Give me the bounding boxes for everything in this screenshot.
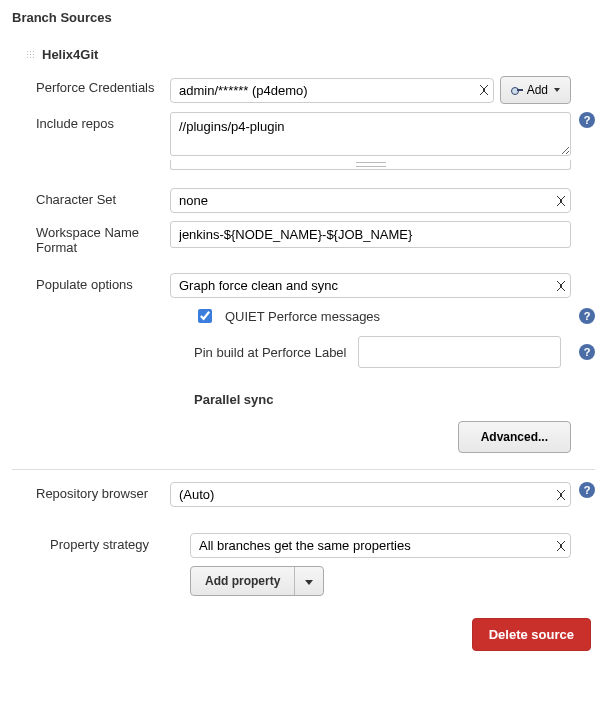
label-repo-browser: Repository browser xyxy=(12,482,162,501)
help-icon[interactable]: ? xyxy=(579,344,595,360)
advanced-button[interactable]: Advanced... xyxy=(458,421,571,453)
row-add-property: Add property xyxy=(12,562,595,600)
populate-options-block: QUIET Perforce messages ? Pin build at P… xyxy=(12,302,595,415)
label-charset: Character Set xyxy=(12,188,162,207)
help-icon[interactable]: ? xyxy=(579,308,595,324)
add-credentials-button[interactable]: Add xyxy=(500,76,571,104)
label-populate: Populate options xyxy=(12,273,162,292)
delete-source-button[interactable]: Delete source xyxy=(472,618,591,651)
section-title: Branch Sources xyxy=(12,10,595,25)
help-icon[interactable]: ? xyxy=(579,482,595,498)
row-populate: Populate options Graph force clean and s… xyxy=(12,269,595,302)
add-property-button[interactable]: Add property xyxy=(190,566,324,596)
quiet-checkbox-row: QUIET Perforce messages xyxy=(194,306,380,326)
include-repos-textarea[interactable]: //plugins/p4-plugin xyxy=(170,112,571,156)
row-include-repos: Include repos //plugins/p4-plugin ? xyxy=(12,108,595,174)
row-repo-browser: Repository browser (Auto) ? xyxy=(12,478,595,511)
drag-handle-icon[interactable] xyxy=(26,50,36,60)
property-strategy-select[interactable]: All branches get the same properties xyxy=(190,533,571,558)
row-charset: Character Set none xyxy=(12,184,595,217)
textarea-resize-handle[interactable] xyxy=(170,160,571,170)
help-icon[interactable]: ? xyxy=(579,112,595,128)
source-type-label: Helix4Git xyxy=(42,47,98,62)
label-workspace-name: Workspace Name Format xyxy=(12,221,162,255)
caret-down-icon xyxy=(305,580,313,585)
populate-select[interactable]: Graph force clean and sync xyxy=(170,273,571,298)
label-empty xyxy=(12,566,182,570)
row-property-strategy: Property strategy All branches get the s… xyxy=(12,529,595,562)
footer-row: Delete source xyxy=(12,600,595,651)
label-credentials: Perforce Credentials xyxy=(12,76,162,95)
advanced-row: Advanced... xyxy=(12,415,595,469)
label-property-strategy: Property strategy xyxy=(12,533,182,552)
caret-down-icon xyxy=(554,88,560,92)
parallel-sync-heading: Parallel sync xyxy=(194,374,595,415)
key-icon xyxy=(511,86,523,94)
credentials-select[interactable]: admin/****** (p4demo) xyxy=(170,78,494,103)
source-helix4git-block: Helix4Git Perforce Credentials admin/***… xyxy=(12,41,595,470)
row-credentials: Perforce Credentials admin/****** (p4dem… xyxy=(12,72,595,108)
workspace-name-input[interactable] xyxy=(170,221,571,248)
label-include-repos: Include repos xyxy=(12,112,162,131)
repo-browser-select[interactable]: (Auto) xyxy=(170,482,571,507)
pin-label-input[interactable] xyxy=(358,336,561,368)
pin-label: Pin build at Perforce Label xyxy=(194,345,346,360)
quiet-label: QUIET Perforce messages xyxy=(225,309,380,324)
source-type-header: Helix4Git xyxy=(12,41,595,72)
row-workspace-name: Workspace Name Format xyxy=(12,217,595,259)
charset-select[interactable]: none xyxy=(170,188,571,213)
quiet-checkbox[interactable] xyxy=(198,309,212,323)
